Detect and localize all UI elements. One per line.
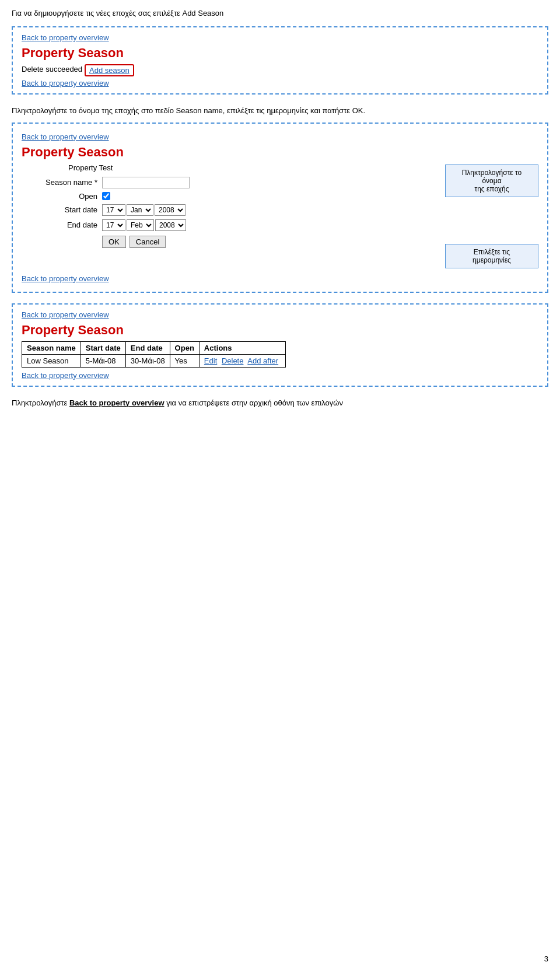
season-name-label: Season name * bbox=[39, 178, 97, 187]
cell-actions: Edit Delete Add after bbox=[199, 354, 285, 367]
start-day-select[interactable]: 17 bbox=[102, 204, 125, 216]
ok-button[interactable]: OK bbox=[102, 236, 126, 248]
table-row: Low Season 5-Μάι-08 30-Μάι-08 Yes Edit D… bbox=[22, 354, 286, 367]
open-row: Open bbox=[39, 192, 428, 201]
season-name-input[interactable] bbox=[102, 177, 190, 188]
delete-link[interactable]: Delete bbox=[222, 356, 244, 365]
property-test-label: Property Test bbox=[68, 163, 428, 172]
th-actions: Actions bbox=[199, 341, 285, 354]
th-start-date: Start date bbox=[80, 341, 125, 354]
box2: Back to property overview Property Seaso… bbox=[12, 123, 548, 293]
greek-instruction-1: Πληκτρολογήστε το όνομα της εποχής στο π… bbox=[12, 105, 548, 117]
back-to-overview-link-1b[interactable]: Back to property overview bbox=[22, 79, 109, 88]
back-to-overview-link-1[interactable]: Back to property overview bbox=[22, 33, 109, 42]
bottom-prefix: Πληκτρολογήστε bbox=[12, 398, 69, 407]
page-intro-text: Για να δημιουργήσετε τις νέες εποχές σας… bbox=[12, 6, 548, 20]
cell-open: Yes bbox=[170, 354, 199, 367]
annotations: Πληκτρολογήστε το όνομα της εποχής Επιλέ… bbox=[445, 141, 538, 268]
edit-link[interactable]: Edit bbox=[204, 356, 217, 365]
annotation-season-name: Πληκτρολογήστε το όνομα της εποχής bbox=[445, 165, 538, 197]
property-season-title-2: Property Season bbox=[22, 145, 124, 159]
cell-end-date: 30-Μάι-08 bbox=[125, 354, 170, 367]
th-end-date: End date bbox=[125, 341, 170, 354]
bottom-suffix: για να επιστρέψετε στην αρχική οθόνη των… bbox=[164, 398, 343, 407]
th-season-name: Season name bbox=[22, 341, 81, 354]
open-checkbox[interactable] bbox=[102, 192, 110, 200]
bottom-instruction: Πληκτρολογήστε Back to property overview… bbox=[12, 397, 548, 409]
back-to-overview-link-2[interactable]: Back to property overview bbox=[22, 132, 109, 141]
table-header-row: Season name Start date End date Open Act… bbox=[22, 341, 286, 354]
cancel-button[interactable]: Cancel bbox=[130, 236, 166, 248]
add-after-link[interactable]: Add after bbox=[247, 356, 278, 365]
start-month-select[interactable]: Jan bbox=[127, 204, 153, 216]
box1: Back to property overview Property Seaso… bbox=[12, 26, 548, 95]
end-year-select[interactable]: 2008 bbox=[155, 219, 186, 231]
cell-start-date: 5-Μάι-08 bbox=[80, 354, 125, 367]
bottom-back-link[interactable]: Back to property overview bbox=[69, 398, 164, 407]
end-month-select[interactable]: Feb bbox=[127, 219, 154, 231]
back-to-overview-link-2b[interactable]: Back to property overview bbox=[22, 274, 538, 283]
property-season-title-3: Property Season bbox=[22, 323, 124, 337]
property-season-title-1: Property Season bbox=[22, 46, 124, 60]
season-name-row: Season name * bbox=[39, 177, 428, 188]
start-date-row: Start date 17 Jan 2008 bbox=[39, 204, 428, 216]
end-day-select[interactable]: 17 bbox=[102, 219, 125, 231]
delete-succeeded-text: Delete succeeded bbox=[22, 65, 82, 74]
season-table: Season name Start date End date Open Act… bbox=[22, 341, 286, 368]
end-date-row: End date 17 Feb 2008 bbox=[39, 219, 428, 231]
open-label: Open bbox=[39, 192, 97, 201]
start-year-select[interactable]: 2008 bbox=[155, 204, 186, 216]
end-date-label: End date bbox=[39, 221, 97, 229]
back-to-overview-link-3b[interactable]: Back to property overview bbox=[22, 371, 109, 380]
box3: Back to property overview Property Seaso… bbox=[12, 303, 548, 387]
cell-season-name: Low Season bbox=[22, 354, 81, 367]
add-season-button[interactable]: Add season bbox=[85, 64, 134, 76]
annotation-dates: Επιλέξτε τις ημερομηνίες bbox=[445, 244, 538, 268]
start-date-label: Start date bbox=[39, 205, 97, 214]
back-to-overview-link-3[interactable]: Back to property overview bbox=[22, 310, 109, 319]
form-buttons: OK Cancel bbox=[102, 236, 428, 248]
th-open: Open bbox=[170, 341, 199, 354]
